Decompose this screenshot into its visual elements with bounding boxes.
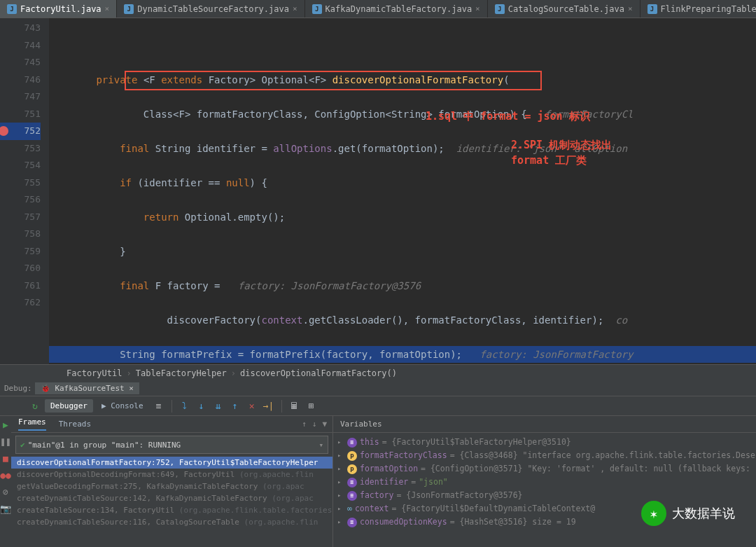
debug-config-tab[interactable]: 🐞 KafkaSourceTest × — [35, 382, 139, 394]
run-to-cursor-icon[interactable]: →| — [262, 399, 276, 413]
stack-frame[interactable]: createDynamicTableSource:142, KafkaDynam… — [11, 492, 332, 504]
close-icon[interactable]: × — [475, 4, 480, 13]
line-gutter: 7437447457467477517527537547557567577587… — [0, 18, 49, 364]
filter-icon[interactable]: ▼ — [322, 420, 327, 429]
highlight-box — [125, 71, 542, 90]
java-icon: J — [495, 4, 505, 14]
breakpoints-icon[interactable]: ●● — [0, 469, 11, 480]
tab-file[interactable]: JKafkaDynamicTableFactory.java× — [305, 0, 488, 18]
debug-sidebar: ▶ ❚❚ ■ ●● ⊘ 📷 — [0, 416, 11, 547]
stack-frame[interactable]: discoverOptionalFormatFactory:752, Facto… — [11, 457, 332, 469]
java-icon: J — [7, 4, 17, 14]
variable-row[interactable]: ▸p formatOption = {ConfigOption@3571} "K… — [337, 462, 756, 476]
variable-row[interactable]: ▸≡ identifier = "json" — [337, 476, 756, 489]
frames-header: Frames Threads ↑ ↓ ▼ — [11, 416, 332, 433]
frames-list[interactable]: discoverOptionalFormatFactory:752, Facto… — [11, 457, 332, 547]
java-icon: J — [124, 4, 134, 14]
pause-icon[interactable]: ❚❚ — [0, 436, 11, 447]
step-out-icon[interactable]: ↑ — [228, 399, 242, 413]
stack-frame[interactable]: discoverOptionalDecodingFormat:649, Fact… — [11, 469, 332, 480]
stack-frame[interactable]: createDynamicTableSource:116, CatalogSou… — [11, 516, 332, 528]
stack-frame[interactable]: createTableSource:134, FactoryUtil (org.… — [11, 504, 332, 516]
frames-tab[interactable]: Frames — [18, 417, 46, 431]
drop-frame-icon[interactable]: ✕ — [245, 399, 259, 413]
variables-list[interactable]: ▸≡ this = {FactoryUtil$TableFactoryHelpe… — [333, 433, 756, 547]
editor-tabs: JFactoryUtil.java× JDynamicTableSourceFa… — [0, 0, 756, 18]
wechat-icon: ✶ — [641, 501, 666, 526]
force-step-icon[interactable]: ⇊ — [211, 399, 225, 413]
variables-header: Variables — [333, 416, 756, 433]
threads-icon[interactable]: ≡ — [152, 399, 166, 413]
step-over-icon[interactable]: ⤵ — [178, 399, 192, 413]
settings-icon[interactable]: 📷 — [0, 503, 11, 514]
close-icon[interactable]: × — [105, 4, 110, 13]
debug-tabs: Debug: 🐞 KafkaSourceTest × — [0, 381, 756, 396]
tab-factoryutil[interactable]: JFactoryUtil.java× — [0, 0, 117, 18]
resume-icon[interactable]: ▶ — [0, 419, 11, 430]
code-editor[interactable]: 7437447457467477517527537547557567577587… — [0, 18, 756, 364]
rerun-icon[interactable]: ↻ — [28, 399, 42, 413]
next-frame-icon[interactable]: ↓ — [312, 420, 317, 429]
mute-bp-icon[interactable]: ⊘ — [0, 486, 11, 497]
stop-icon[interactable]: ■ — [0, 452, 11, 464]
threads-tab[interactable]: Threads — [59, 420, 91, 429]
console-tab[interactable]: ▶ Console — [96, 399, 149, 413]
breadcrumbs[interactable]: FactoryUtil› TableFactoryHelper› discove… — [0, 364, 756, 381]
variable-row[interactable]: ▸p formatFactoryClass = {Class@3468} "in… — [337, 449, 756, 462]
close-icon[interactable]: × — [293, 4, 298, 13]
variable-row[interactable]: ▸≡ this = {FactoryUtil$TableFactoryHelpe… — [337, 436, 756, 449]
tab-file[interactable]: JCatalogSourceTable.java× — [488, 0, 640, 18]
watermark: ✶ 大数据羊说 — [641, 501, 735, 526]
stack-frame[interactable]: getValueDecodingFormat:275, KafkaDynamic… — [11, 480, 332, 492]
java-icon: J — [312, 4, 322, 14]
tab-file[interactable]: JDynamicTableSourceFactory.java× — [117, 0, 304, 18]
variables-panel: Variables ▸≡ this = {FactoryUtil$TableFa… — [333, 416, 756, 547]
debug-label: Debug: — [4, 384, 32, 393]
frames-panel: Frames Threads ↑ ↓ ▼ ✔"main"@1 in group … — [11, 416, 333, 547]
annotation-1: 1.sql 中 format = json 标识 — [426, 108, 590, 125]
debug-toolbar: ↻ Debugger ▶ Console ≡ ⤵ ↓ ⇊ ↑ ✕ →| 🖩 ⊞ — [0, 396, 756, 416]
tab-file[interactable]: JFlinkPreparingTableBase.java× — [640, 0, 756, 18]
step-into-icon[interactable]: ↓ — [195, 399, 209, 413]
evaluate-icon[interactable]: 🖩 — [288, 399, 302, 413]
close-icon[interactable]: × — [628, 4, 633, 13]
java-icon: J — [648, 4, 657, 14]
thread-selector[interactable]: ✔"main"@1 in group "main": RUNNING▾ — [15, 436, 328, 454]
code-area[interactable]: private <F extends Factory> Optional<F> … — [49, 18, 756, 364]
annotation-2: 2.SPI 机制动态找出format 工厂类 — [511, 137, 612, 168]
prev-frame-icon[interactable]: ↑ — [302, 420, 307, 429]
debugger-tab[interactable]: Debugger — [45, 399, 93, 413]
trace-icon[interactable]: ⊞ — [304, 399, 318, 413]
